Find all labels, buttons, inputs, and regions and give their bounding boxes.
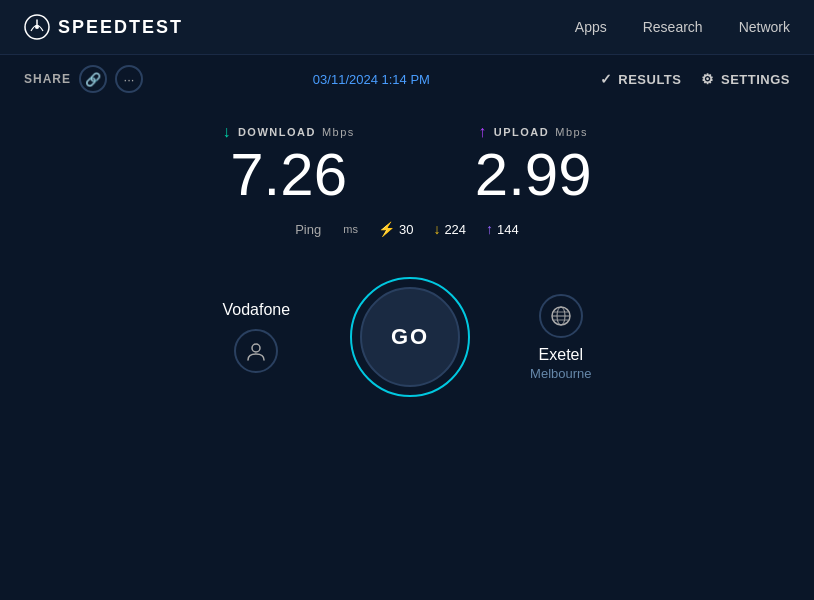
share-more-button[interactable]: ··· bbox=[115, 65, 143, 93]
ping-row: Ping ms ⚡ 30 ↓ 224 ↑ 144 bbox=[295, 221, 519, 237]
jitter1-value: 30 bbox=[399, 222, 413, 237]
results-icon: ✓ bbox=[600, 71, 613, 87]
results-button[interactable]: ✓ RESULTS bbox=[600, 71, 682, 87]
toolbar: SHARE 🔗 ··· 03/11/2024 1:14 PM ✓ RESULTS… bbox=[0, 55, 814, 103]
download-arrow-icon: ↓ bbox=[222, 123, 232, 141]
nav-network[interactable]: Network bbox=[739, 19, 790, 35]
results-label: RESULTS bbox=[618, 72, 681, 87]
settings-icon: ⚙ bbox=[701, 71, 715, 87]
go-button-wrapper: GO bbox=[350, 277, 470, 397]
main-content: ↓ DOWNLOAD Mbps 7.26 ↑ UPLOAD Mbps 2.99 … bbox=[0, 103, 814, 397]
server-globe-icon bbox=[539, 294, 583, 338]
jitter2-icon: ↓ bbox=[433, 221, 440, 237]
svg-point-2 bbox=[252, 344, 260, 352]
download-label: ↓ DOWNLOAD Mbps bbox=[222, 123, 354, 141]
nav-research[interactable]: Research bbox=[643, 19, 703, 35]
download-label-text: DOWNLOAD bbox=[238, 126, 316, 138]
share-link-button[interactable]: 🔗 bbox=[79, 65, 107, 93]
download-unit: Mbps bbox=[322, 126, 355, 138]
ping-label: Ping bbox=[295, 222, 321, 237]
ping-unit: ms bbox=[343, 223, 358, 235]
jitter3-value: 144 bbox=[497, 222, 519, 237]
timestamp: 03/11/2024 1:14 PM bbox=[313, 72, 430, 87]
server-location: Melbourne bbox=[530, 366, 591, 381]
more-icon: ··· bbox=[124, 72, 135, 87]
jitter1-icon: ⚡ bbox=[378, 221, 395, 237]
jitter3-item: ↑ 144 bbox=[486, 221, 519, 237]
globe-icon bbox=[550, 305, 572, 327]
server-name: Exetel bbox=[539, 346, 583, 364]
speedtest-logo-icon bbox=[24, 14, 50, 40]
provider-name: Vodafone bbox=[222, 301, 290, 319]
jitter3-icon: ↑ bbox=[486, 221, 493, 237]
logo-area: SPEEDTEST bbox=[24, 14, 183, 40]
upload-unit: Mbps bbox=[555, 126, 588, 138]
nav-apps[interactable]: Apps bbox=[575, 19, 607, 35]
speed-row: ↓ DOWNLOAD Mbps 7.26 ↑ UPLOAD Mbps 2.99 bbox=[222, 123, 591, 205]
upload-value: 2.99 bbox=[475, 145, 592, 205]
upload-block: ↑ UPLOAD Mbps 2.99 bbox=[475, 123, 592, 205]
settings-button[interactable]: ⚙ SETTINGS bbox=[701, 71, 790, 87]
jitter2-value: 224 bbox=[444, 222, 466, 237]
svg-point-1 bbox=[35, 25, 39, 29]
settings-label: SETTINGS bbox=[721, 72, 790, 87]
share-label: SHARE bbox=[24, 72, 71, 86]
main-nav: Apps Research Network bbox=[575, 19, 790, 35]
user-icon bbox=[245, 340, 267, 362]
provider-avatar bbox=[234, 329, 278, 373]
header: SPEEDTEST Apps Research Network bbox=[0, 0, 814, 55]
jitter1-item: ⚡ 30 bbox=[378, 221, 413, 237]
share-area: SHARE 🔗 ··· bbox=[24, 65, 143, 93]
upload-label-text: UPLOAD bbox=[494, 126, 549, 138]
link-icon: 🔗 bbox=[85, 72, 101, 87]
provider-section: Vodafone bbox=[222, 301, 290, 373]
upload-label: ↑ UPLOAD Mbps bbox=[478, 123, 588, 141]
download-block: ↓ DOWNLOAD Mbps 7.26 bbox=[222, 123, 354, 205]
go-area: Vodafone GO bbox=[222, 277, 591, 397]
download-value: 7.26 bbox=[230, 145, 347, 205]
server-section: Exetel Melbourne bbox=[530, 294, 591, 381]
upload-arrow-icon: ↑ bbox=[478, 123, 488, 141]
go-button[interactable]: GO bbox=[360, 287, 460, 387]
logo-text: SPEEDTEST bbox=[58, 17, 183, 38]
jitter2-item: ↓ 224 bbox=[433, 221, 466, 237]
right-actions: ✓ RESULTS ⚙ SETTINGS bbox=[600, 71, 790, 87]
